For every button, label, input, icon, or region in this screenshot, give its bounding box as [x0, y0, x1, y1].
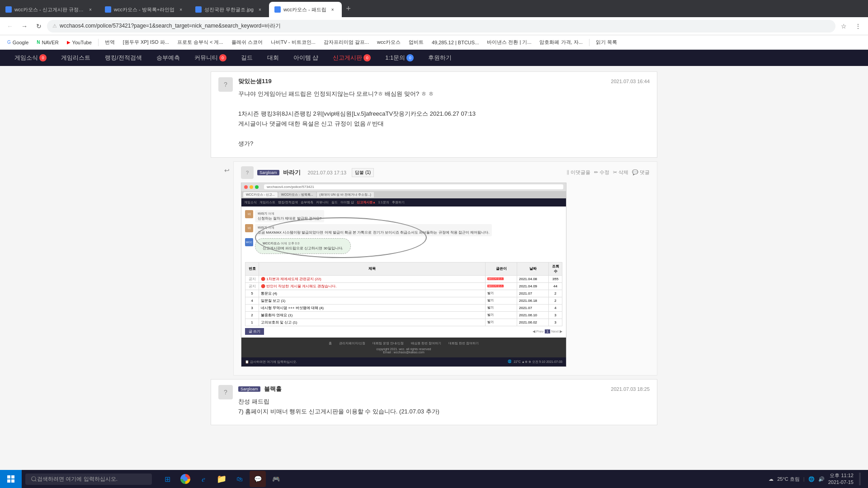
site-nav: 게임소식 0 게임리스트 랭킹/전적검색 승부예측 커뮤니티 0 길드 대회 [0, 50, 868, 66]
nav-itemshop[interactable]: 아이템 샵 [286, 50, 326, 66]
bookmark-google[interactable]: G Google [4, 39, 32, 46]
td-title-4-text[interactable]: 일문질 보고 (1) [261, 299, 285, 303]
bookmark-binance[interactable]: 바이낸스 전환 | 기... [483, 38, 535, 47]
tab-1-close[interactable]: × [87, 6, 94, 13]
table-row-5: 5 통문요 (4) 발기 2021.07 2 [245, 290, 562, 297]
taskbar-app-windows[interactable]: ⊞ [159, 471, 175, 487]
nav-prediction[interactable]: 승부예측 [149, 50, 187, 66]
nav-ranking[interactable]: 랭킹/전적검색 [98, 50, 149, 66]
footer-link-2: 관리자페이지/신청 [339, 341, 365, 346]
notice-icon-2: 🔴 [261, 284, 265, 288]
td-title-2-text[interactable]: 불중환자 연재요 (1) [261, 313, 292, 317]
td-title-n1-text[interactable]: 1차분과 제에세도제 관련공지 (22) [266, 277, 321, 281]
screenshot-table: 번호 제목 글쓴이 날짜 조회수 [245, 262, 562, 326]
bookmark-proto[interactable]: 프로토 승부식 < 게... [174, 38, 227, 47]
comment-2-badge: Sargloam [238, 386, 260, 392]
table-row-notice2: 공지 🔴 반인이 작성한 게시물 게시해도 괜찮습니다. WCC카오스 [245, 282, 562, 290]
tab-bar: wcc카오스 - 신고게시판 규정 변... × wcc카오스 - 방목록+라인… [0, 0, 868, 17]
tab-3-favicon [195, 6, 202, 13]
comment-1-username: 맞있는샘119 [238, 77, 272, 85]
taskbar-date-display: 2021-07-15 [828, 479, 854, 486]
footer-link-3: 대회팀 운영 안내/신청 [373, 341, 404, 346]
write-button[interactable]: 글 쓰기 [245, 328, 264, 335]
bookmark-upbit[interactable]: 업비트 [405, 38, 427, 47]
taskbar-app-red[interactable]: 🎮 [268, 471, 284, 487]
tab-1[interactable]: wcc카오스 - 신고게시판 규정 변... × [0, 2, 99, 17]
notice-icon-1: 🔴 [261, 277, 265, 281]
bookmark-btc[interactable]: 49,285.12 | BTCUS... [428, 39, 482, 46]
windows-taskbar: 검색하려면 여기에 입력하십시오. ⊞ 𝑒 📁 🛍 💬 🎮 ☁ 25°C 흐림 … [0, 470, 868, 488]
refresh-button[interactable]: ↻ [33, 20, 45, 33]
bookmark-wcc[interactable]: wcc카오스 [373, 38, 404, 47]
bookmark-navitv[interactable]: 나비TV - 비트코인... [267, 38, 319, 47]
nav-inquiry[interactable]: 1:1문의 0 [378, 50, 421, 66]
address-bar[interactable]: ⚠ wcchaos4.com/police/573421?page=1&sear… [47, 20, 835, 33]
next-page[interactable]: Next ▶ [551, 329, 562, 333]
nav-community[interactable]: 커뮤니티 0 [187, 50, 234, 66]
tray-show-desktop[interactable] [859, 473, 861, 485]
start-button[interactable] [0, 470, 22, 488]
forward-button[interactable]: → [18, 20, 31, 33]
reply-arrow-icon: ↩ [224, 167, 230, 375]
bookmark-crypto[interactable]: 암호화폐 가격, 자... [536, 38, 586, 47]
taskbar-app-explorer[interactable]: 📁 [213, 471, 230, 487]
td-views-1: 3 [549, 319, 562, 326]
td-title-5-text[interactable]: 통문요 (4) [261, 291, 277, 296]
reply-action-edit[interactable]: ✏ 수정 [594, 169, 609, 176]
bookmark-btc-label: 49,285.12 | BTCUS... [432, 40, 479, 45]
td-views-5: 2 [549, 290, 562, 297]
bookmark-youtube[interactable]: ▶ YouTube [63, 39, 95, 46]
screenshot-footer: 홈 관리자페이지/신청 대회팀 운영 안내/신청 배심원 한번 참여하기 대회팀… [241, 338, 566, 357]
tray-network-icon: 🌐 [808, 476, 815, 482]
td-title-n2-text[interactable]: 반인이 작성한 게시물 게시해도 괜찮습니다. [266, 284, 336, 288]
td-title-3-text[interactable]: 네시형 무역시댐 +++ 버섯팸에 대해 (4) [261, 306, 324, 310]
tray-volume-icon: 🔊 [818, 476, 825, 482]
td-title-1-text[interactable]: 고의보호죄 및 신고 (1) [261, 320, 297, 324]
nav-gamelist[interactable]: 게임리스트 [54, 50, 98, 66]
taskbar-app-kakao[interactable]: 💬 [250, 471, 266, 487]
nav-community-label: 커뮤니티 [194, 54, 218, 62]
new-tab-button[interactable]: + [342, 2, 355, 15]
nav-community-badge: 0 [219, 54, 226, 61]
taskbar-search-bar[interactable]: 검색하려면 여기에 입력하십시오. [25, 474, 152, 485]
taskbar-datetime: 오후 11:12 2021-07-15 [828, 472, 854, 486]
nav-guild-label: 길드 [241, 54, 253, 62]
taskbar-app-store[interactable]: 🛍 [231, 471, 248, 487]
nav-guild[interactable]: 길드 [234, 50, 260, 66]
tab-2-close[interactable]: × [177, 6, 184, 13]
tab-4[interactable]: wcc카오스 - 패드립 × [269, 2, 342, 17]
bookmark-readinglist-label: 읽기 목록 [596, 39, 617, 46]
comment-2-body: Sargloam 블랙홀 2021.07.03 18:25 찬성 패드립 7) … [238, 385, 650, 419]
bookmark-readinglist[interactable]: 읽기 목록 [592, 38, 621, 47]
chat-1-avatar: 바 [245, 210, 253, 218]
tab-3[interactable]: 성진국판 무한굴조.jpg × [190, 2, 269, 17]
reply-action-delete[interactable]: ✂ 삭제 [613, 169, 628, 176]
td-title-5: 통문요 (4) [259, 290, 486, 297]
taskbar-app-chrome[interactable] [177, 471, 193, 487]
author-badge-n2: WCC카오스 [487, 285, 504, 287]
nav-report[interactable]: 신고게시판 0 [326, 50, 378, 66]
bookmark-gamja[interactable]: 감자프리미엄 갈프... [320, 38, 373, 47]
reply-action-comments[interactable]: ∥ 이댓글을 [566, 169, 590, 176]
td-author-1: 발기 [486, 319, 517, 326]
td-author-5: 발기 [486, 290, 517, 297]
reply-actions: ∥ 이댓글을 ✏ 수정 ✂ 삭제 💬 댓글 [566, 169, 650, 176]
tab-2[interactable]: wcc카오스 - 방목록+라인업 × [99, 2, 190, 17]
prev-page[interactable]: ◀ Prev [533, 329, 544, 333]
tab-3-close[interactable]: × [256, 6, 264, 13]
bookmark-flashscore[interactable]: 플레쉬 스코어 [228, 38, 266, 47]
taskbar-app-edge[interactable]: 𝑒 [195, 471, 212, 487]
nav-gamenews[interactable]: 게임소식 0 [7, 50, 54, 66]
bookmarks-bar: G Google N NAVER ▶ YouTube 번역 [원두우 XP] I… [0, 35, 868, 50]
bookmark-naver[interactable]: N NAVER [33, 39, 62, 46]
nav-tournament[interactable]: 대회 [260, 50, 286, 66]
tab-4-close[interactable]: × [329, 6, 336, 13]
bookmark-translate[interactable]: 번역 [101, 38, 118, 47]
reply-action-comment[interactable]: 💬 댓글 [632, 169, 650, 176]
bookmark-iso[interactable]: [원두우 XP] ISO 파... [119, 38, 173, 47]
screenshot-nav-pred: 승부예측 [301, 200, 313, 205]
bookmark-star[interactable]: ☆ [837, 20, 850, 33]
browser-menu[interactable]: ⋮ [852, 20, 864, 33]
back-button[interactable]: ← [4, 20, 16, 33]
nav-support[interactable]: 후원하기 [421, 50, 459, 66]
